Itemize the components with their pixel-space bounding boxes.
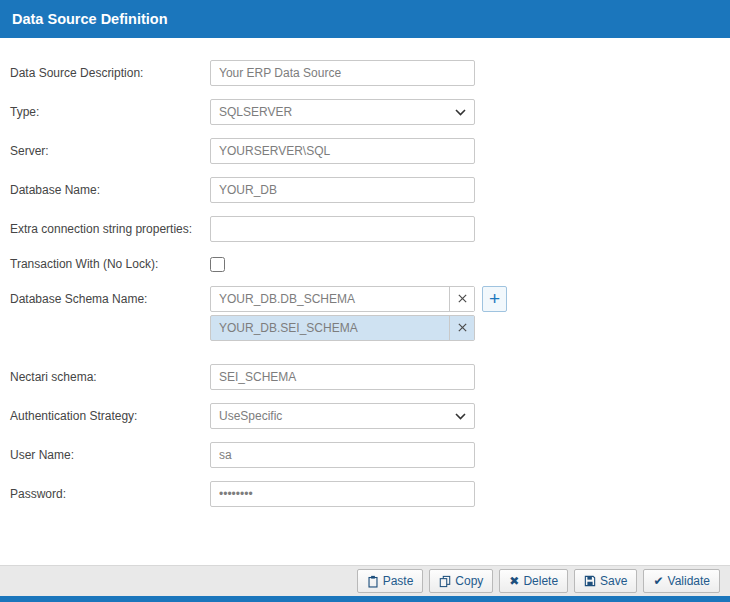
data-source-form: Data Source Description: Type: SQLSERVER… — [0, 38, 730, 507]
checkmark-icon: ✔ — [653, 575, 663, 587]
field-row-nolock: Transaction With (No Lock): — [10, 255, 730, 273]
delete-x-icon: ✖ — [509, 575, 519, 587]
nolock-label: Transaction With (No Lock): — [10, 257, 210, 271]
dialog-title: Data Source Definition — [0, 0, 730, 38]
password-label: Password: — [10, 487, 210, 501]
save-button-label: Save — [600, 574, 627, 588]
field-row-database: Database Name: — [10, 177, 730, 203]
field-row-schema: Database Schema Name: YOUR_DB.DB_SCHEMA … — [10, 286, 730, 341]
delete-button-label: Delete — [523, 574, 558, 588]
copy-button[interactable]: Copy — [429, 569, 493, 593]
close-icon — [457, 321, 468, 336]
copy-button-label: Copy — [455, 574, 483, 588]
paste-button[interactable]: Paste — [357, 569, 424, 593]
field-row-extra: Extra connection string properties: — [10, 216, 730, 242]
username-label: User Name: — [10, 448, 210, 462]
field-row-nectari: Nectari schema: — [10, 364, 730, 390]
field-row-auth: Authentication Strategy: UseSpecific — [10, 403, 730, 429]
nectari-schema-input[interactable] — [210, 364, 475, 390]
extra-properties-label: Extra connection string properties: — [10, 222, 210, 236]
field-row-username: User Name: — [10, 442, 730, 468]
database-name-label: Database Name: — [10, 183, 210, 197]
save-button[interactable]: Save — [574, 569, 637, 593]
bottom-toolbar: Paste Copy ✖ Delete Save — [0, 565, 730, 596]
server-label: Server: — [10, 144, 210, 158]
field-row-type: Type: SQLSERVER — [10, 99, 730, 125]
schema-item-value: YOUR_DB.SEI_SCHEMA — [211, 316, 449, 340]
extra-properties-input[interactable] — [210, 216, 475, 242]
schema-item[interactable]: YOUR_DB.DB_SCHEMA — [210, 286, 475, 312]
database-name-input[interactable] — [210, 177, 475, 203]
type-label: Type: — [10, 105, 210, 119]
field-row-server: Server: — [10, 138, 730, 164]
username-input[interactable] — [210, 442, 475, 468]
copy-icon — [439, 575, 451, 588]
type-select-value: SQLSERVER — [219, 105, 292, 119]
nolock-checkbox[interactable] — [210, 257, 225, 272]
schema-row-2: YOUR_DB.SEI_SCHEMA — [210, 315, 507, 341]
schema-item-value: YOUR_DB.DB_SCHEMA — [211, 287, 449, 311]
delete-button[interactable]: ✖ Delete — [499, 569, 568, 593]
remove-schema-button[interactable] — [449, 287, 474, 311]
description-label: Data Source Description: — [10, 66, 210, 80]
remove-schema-button[interactable] — [449, 316, 474, 340]
field-row-description: Data Source Description: — [10, 60, 730, 86]
chevron-down-icon — [455, 413, 466, 420]
validate-button-label: Validate — [668, 574, 710, 588]
nectari-schema-label: Nectari schema: — [10, 370, 210, 384]
close-icon — [457, 292, 468, 307]
schema-item-selected[interactable]: YOUR_DB.SEI_SCHEMA — [210, 315, 475, 341]
add-schema-button[interactable]: + — [482, 286, 507, 312]
schema-label: Database Schema Name: — [10, 286, 210, 306]
auth-strategy-value: UseSpecific — [219, 409, 282, 423]
validate-button[interactable]: ✔ Validate — [643, 569, 720, 593]
schema-row-1: YOUR_DB.DB_SCHEMA + — [210, 286, 507, 312]
field-row-password: Password: — [10, 481, 730, 507]
chevron-down-icon — [455, 109, 466, 116]
password-input[interactable] — [210, 481, 475, 507]
type-select[interactable]: SQLSERVER — [210, 99, 475, 125]
plus-icon: + — [489, 289, 500, 308]
auth-strategy-label: Authentication Strategy: — [10, 409, 210, 423]
description-input[interactable] — [210, 60, 475, 86]
bottom-accent-bar — [0, 596, 730, 602]
auth-strategy-select[interactable]: UseSpecific — [210, 403, 475, 429]
data-source-definition-dialog: Data Source Definition Data Source Descr… — [0, 0, 730, 602]
server-input[interactable] — [210, 138, 475, 164]
paste-button-label: Paste — [383, 574, 414, 588]
save-icon — [584, 575, 596, 587]
schema-list: YOUR_DB.DB_SCHEMA + YOUR_DB.SEI_SCHEMA — [210, 286, 507, 341]
paste-icon — [367, 575, 379, 588]
